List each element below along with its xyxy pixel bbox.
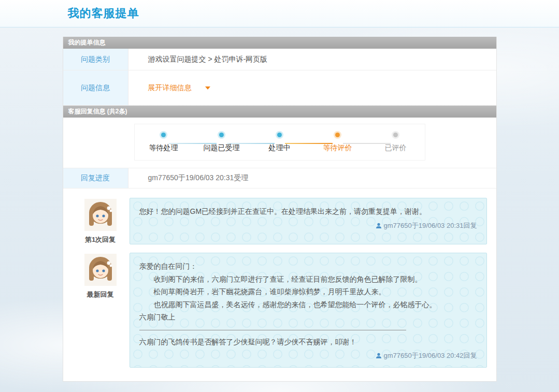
- category-value: 游戏设置问题提交 > 处罚申诉-网页版: [128, 49, 496, 70]
- reply-label: 第1次回复: [85, 235, 116, 244]
- step-dot-icon: [219, 133, 224, 137]
- reply-question: 六扇门的飞鸽传书是否解答了少侠疑问呢？请少侠不吝赐评，叩谢！: [139, 336, 477, 349]
- bubble-divider: [139, 330, 406, 330]
- section-header-ticket-info: 我的提单信息: [63, 37, 496, 49]
- main-content: 我的提单信息 问题类别 游戏设置问题提交 > 处罚申诉-网页版 问题信息 展开详…: [63, 37, 497, 392]
- expand-arrow-icon: [205, 86, 210, 90]
- user-icon: [376, 223, 382, 229]
- step-label: 等待处理: [135, 143, 193, 153]
- reply-signature: gm77650于19/06/03 20:31回复: [139, 220, 477, 232]
- page-header: 我的客服提单: [0, 0, 559, 27]
- expand-details-label: 展开详细信息: [148, 83, 192, 93]
- reply-bubble: 您好！您的问题GM已经接到并正在查证中。在处理结果出来之前，请勿重复提单，谢谢。…: [130, 198, 487, 244]
- ticket-panel: 我的提单信息 问题类别 游戏设置问题提交 > 处罚申诉-网页版 问题信息 展开详…: [63, 37, 497, 382]
- reply-text: 您好！您的问题GM已经接到并正在查证中。在处理结果出来之前，请勿重复提单，谢谢。: [139, 205, 477, 218]
- expand-details-link[interactable]: 展开详细信息: [148, 83, 210, 93]
- reply-text-line: 松间草阁倚岩开，岩下幽花烧露台，谁叩柴扉惊鹤梦，月明千里故人来。: [139, 285, 477, 298]
- reply-text-line: 也祝愿阁下富运昌盛，美名远传，感谢您的来信，也希望您能给一个评价，必铭感于心。: [139, 298, 477, 311]
- reply-signature-text: gm77650于19/06/03 20:31回复: [384, 220, 477, 232]
- row-issue-info: 问题信息 展开详细信息: [63, 70, 496, 106]
- reply-label: 最新回复: [87, 290, 114, 299]
- step-dot-icon: [335, 133, 340, 137]
- step-label: 处理中: [251, 143, 309, 153]
- reply-signature-text: gm77650于19/06/03 20:42回复: [384, 350, 477, 362]
- step-label: 等待评价: [309, 143, 367, 153]
- gm-avatar: [84, 254, 117, 286]
- step-dot-icon: [161, 133, 166, 137]
- reply-text-line: 亲爱的自在同门：: [139, 260, 477, 273]
- status-stepper: 等待处理 问题已受理 处理中 等待评价: [63, 118, 496, 168]
- reply-item-first: 第1次回复 您好！您的问题GM已经接到并正在查证中。在处理结果出来之前，请勿重复…: [71, 198, 488, 244]
- page-title: 我的客服提单: [68, 6, 497, 21]
- section-header-ticket-info-label: 我的提单信息: [68, 39, 106, 46]
- reply-text-line: 六扇门敬上: [139, 311, 477, 324]
- step-label: 已评价: [367, 143, 425, 153]
- user-icon: [376, 353, 382, 359]
- reply-progress-value: gm77650于19/06/03 20:31受理: [128, 168, 496, 188]
- category-label: 问题类别: [63, 49, 128, 70]
- replies-section: 第1次回复 您好！您的问题GM已经接到并正在查证中。在处理结果出来之前，请勿重复…: [63, 188, 496, 381]
- issue-info-label: 问题信息: [63, 70, 128, 105]
- row-category: 问题类别 游戏设置问题提交 > 处罚申诉-网页版: [63, 49, 496, 70]
- step-label: 问题已受理: [193, 143, 251, 153]
- step-dot-icon: [393, 133, 398, 137]
- reply-item-latest: 最新回复 亲爱的自在同门： 收到阁下的来信，六扇门立即进行了查证，经查证目前您反…: [71, 253, 488, 368]
- section-header-replies: 客服回复信息 (共2条): [63, 106, 496, 118]
- reply-signature: gm77650于19/06/03 20:42回复: [139, 350, 477, 362]
- section-header-replies-label: 客服回复信息 (共2条): [68, 108, 127, 115]
- step-evaluated: 已评价: [367, 133, 425, 153]
- reply-progress-label: 回复进度: [63, 168, 128, 188]
- row-reply-progress: 回复进度 gm77650于19/06/03 20:31受理: [63, 168, 496, 188]
- reply-bubble: 亲爱的自在同门： 收到阁下的来信，六扇门立即进行了查证，经查证目前您反馈的角色已…: [130, 253, 487, 368]
- step-dot-icon: [277, 133, 282, 137]
- reply-text-line: 收到阁下的来信，六扇门立即进行了查证，经查证目前您反馈的角色已解除了限制。: [139, 273, 477, 286]
- gm-avatar: [84, 199, 117, 231]
